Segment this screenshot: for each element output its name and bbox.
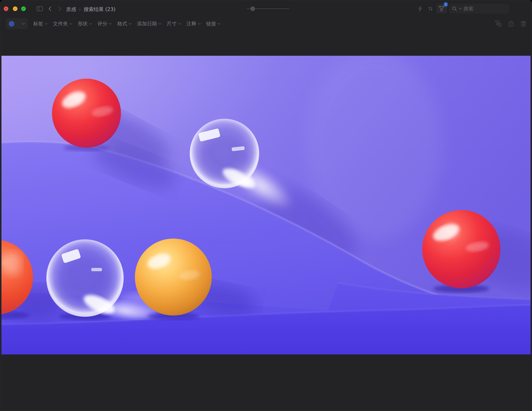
forward-button[interactable] — [58, 6, 62, 11]
filter-link[interactable]: 链接 — [206, 20, 220, 27]
filter-tags[interactable]: 标签 — [33, 20, 48, 27]
breadcrumb-current: 搜索结果 (23) — [84, 6, 115, 13]
search-scope-chevron-icon[interactable] — [459, 8, 462, 10]
chevron-down-icon — [218, 23, 220, 25]
filter-annotation[interactable]: 注释 — [186, 20, 201, 27]
minimize-button[interactable]: − — [13, 6, 18, 11]
preview-image[interactable] — [1, 56, 531, 354]
color-filter-button[interactable] — [6, 18, 28, 29]
filter-bar-actions — [494, 18, 527, 30]
filter-rating[interactable]: 评分 — [97, 20, 112, 27]
search-placeholder: 搜索 — [463, 5, 473, 12]
chevron-down-icon — [129, 23, 132, 25]
render-scene — [1, 56, 531, 354]
color-swatch-blue — [9, 21, 14, 27]
close-button[interactable]: ✕ — [4, 6, 8, 11]
filter-bar: 标签 文件夹 形状 评分 格式 添加日期 — [0, 18, 532, 31]
breadcrumb: 质感 › 搜索结果 (23) — [66, 6, 115, 13]
breadcrumb-separator: › — [79, 7, 81, 12]
chevron-down-icon — [198, 23, 201, 25]
filter-size[interactable]: 尺寸 — [167, 20, 181, 27]
search-field[interactable]: 搜索 — [449, 4, 509, 13]
search-icon — [452, 6, 457, 11]
red-ball-top-left — [52, 79, 121, 148]
filter-items: 标签 文件夹 形状 评分 格式 添加日期 — [33, 18, 220, 30]
filter-date-added[interactable]: 添加日期 — [137, 20, 161, 27]
quick-actions-icon[interactable] — [417, 6, 423, 12]
lock-icon[interactable] — [507, 20, 514, 27]
sort-icon[interactable] — [428, 6, 434, 12]
zoom-icon — [22, 8, 25, 10]
chevron-down-icon — [22, 23, 25, 25]
red-ball-right — [422, 210, 500, 288]
filter-shape[interactable]: 形状 — [78, 20, 92, 27]
slider-knob[interactable] — [250, 6, 255, 11]
funnel-icon — [438, 6, 445, 12]
title-bar: ✕ − 质感 › 搜索结果 (23) — [0, 0, 532, 18]
filter-history-icon[interactable] — [494, 20, 502, 27]
breadcrumb-parent[interactable]: 质感 — [66, 6, 76, 13]
sidebar-toggle-icon[interactable] — [37, 6, 43, 11]
chevron-down-icon — [89, 23, 92, 25]
back-button[interactable] — [48, 6, 52, 11]
chevron-down-icon — [69, 23, 72, 25]
zoom-button[interactable] — [21, 6, 26, 11]
chevron-down-icon — [158, 23, 161, 25]
thumbnail-zoom-slider[interactable] — [247, 8, 289, 9]
trash-icon[interactable] — [520, 20, 527, 27]
filter-folders[interactable]: 文件夹 — [53, 20, 72, 27]
chevron-down-icon — [178, 23, 181, 25]
chevron-down-icon — [45, 23, 48, 25]
app-window: ✕ − 质感 › 搜索结果 (23) — [0, 0, 532, 411]
filter-count-badge: 1 — [444, 2, 448, 7]
yellow-ball — [135, 239, 212, 315]
filter-format[interactable]: 格式 — [117, 20, 132, 27]
chevron-down-icon — [109, 23, 112, 25]
